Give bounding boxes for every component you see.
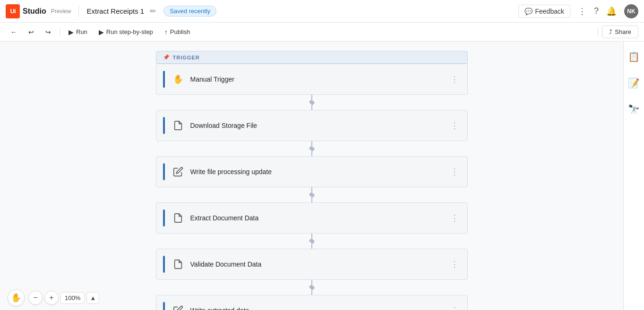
back-icon: ← (10, 28, 17, 36)
feedback-label: Feedback (535, 8, 564, 15)
connector-4 (309, 234, 314, 249)
notes-icon[interactable]: 📝 (624, 74, 644, 92)
publish-button[interactable]: ↑ Publish (160, 26, 195, 38)
hand-tool-button[interactable]: ✋ (8, 289, 25, 306)
topbar: Ui Studio Preview Extract Receipts 1 ✏ S… (0, 0, 644, 23)
run-label: Run (76, 28, 87, 35)
feedback-icon: 💬 (524, 8, 532, 15)
node-manual-trigger: ✋ Manual Trigger ⋮ (156, 64, 468, 95)
zoom-in-icon: + (49, 293, 53, 302)
write-file-update-icon (172, 165, 185, 178)
connector-diamond (309, 146, 315, 152)
run-icon: ▶ (69, 28, 74, 36)
share-button[interactable]: ⤴ Share (602, 25, 638, 38)
bottom-bar: ✋ − + 100% ▲ (0, 285, 107, 310)
node-menu-manual-trigger[interactable]: ⋮ (448, 72, 461, 86)
connector-diamond (309, 100, 315, 106)
node-accent (163, 163, 165, 180)
node-menu-validate-document[interactable]: ⋮ (448, 257, 461, 271)
undo-button[interactable]: ↩ (24, 26, 39, 38)
node-download-storage: Download Storage File ⋮ (156, 110, 468, 141)
connector-diamond (309, 192, 315, 198)
manual-trigger-label: Manual Trigger (190, 75, 448, 83)
edit-project-name-icon[interactable]: ✏ (150, 7, 156, 16)
node-extract-document: Extract Document Data ⋮ (156, 202, 468, 234)
clipboard-icon[interactable]: 📋 (624, 47, 644, 66)
workflow-container: 📌 TRIGGER ✋ Manual Trigger ⋮ (156, 51, 468, 301)
logo-text: Ui (10, 8, 16, 15)
redo-icon: ↪ (45, 28, 51, 36)
notifications-icon[interactable]: 🔔 (606, 6, 617, 17)
chevron-up-icon: ▲ (90, 294, 96, 302)
node-menu-write-file[interactable]: ⋮ (448, 165, 461, 179)
toolbar: ← ↩ ↪ ▶ Run ▶ Run step-by-step ↑ Publish… (0, 23, 644, 42)
more-options-icon[interactable]: ⋮ (578, 6, 586, 17)
connector-line-2 (311, 198, 312, 202)
zoom-in-button[interactable]: + (44, 291, 59, 305)
canvas[interactable]: 📌 TRIGGER ✋ Manual Trigger ⋮ (0, 42, 623, 310)
feedback-button[interactable]: 💬 Feedback (518, 5, 570, 18)
main-area: 📌 TRIGGER ✋ Manual Trigger ⋮ (0, 42, 644, 310)
undo-icon: ↩ (28, 28, 34, 36)
zoom-level: 100% (60, 292, 85, 304)
trigger-label: 📌 TRIGGER (163, 54, 461, 60)
write-extracted-icon (172, 304, 185, 310)
extract-document-label: Extract Document Data (190, 214, 448, 222)
node-menu-extract-document[interactable]: ⋮ (448, 211, 461, 225)
redo-button[interactable]: ↪ (41, 26, 56, 38)
node-accent (163, 256, 165, 273)
connector-diamond (309, 285, 315, 291)
trigger-pin-icon: 📌 (163, 54, 170, 60)
back-button[interactable]: ← (6, 26, 22, 38)
zoom-out-icon: − (33, 293, 37, 302)
share-icon: ⤴ (609, 28, 612, 35)
validate-document-icon (172, 258, 185, 271)
share-label: Share (615, 28, 631, 35)
zoom-out-button[interactable]: − (28, 291, 43, 305)
run-step-button[interactable]: ▶ Run step-by-step (94, 26, 158, 38)
help-icon[interactable]: ? (594, 6, 599, 16)
run-button[interactable]: ▶ Run (64, 26, 92, 38)
validate-document-label: Validate Document Data (190, 260, 448, 268)
publish-icon: ↑ (164, 28, 168, 36)
connector-diamond (309, 238, 315, 244)
topbar-right: 💬 Feedback ⋮ ? 🔔 NK (518, 4, 639, 18)
run-step-label: Run step-by-step (106, 28, 153, 35)
toolbar-divider-1 (60, 27, 60, 37)
connector-line-2 (311, 244, 312, 249)
connector-1 (309, 95, 314, 110)
run-step-icon: ▶ (99, 28, 104, 36)
topbar-divider-1 (78, 6, 79, 17)
write-extracted-label: Write extracted data (190, 307, 448, 310)
connector-5 (309, 280, 314, 295)
right-sidebar: 📋 📝 🔭 (623, 42, 644, 310)
logo: Ui Studio Preview (6, 4, 71, 18)
connector-3 (309, 187, 314, 202)
uipath-logo: Ui (6, 4, 20, 18)
connector-2 (309, 141, 314, 156)
download-storage-icon (172, 119, 185, 132)
node-validate-document: Validate Document Data ⋮ (156, 249, 468, 280)
node-accent (163, 117, 165, 134)
node-write-file-update: Write file processing update ⋮ (156, 156, 468, 187)
node-accent (163, 302, 165, 310)
avatar[interactable]: NK (624, 4, 638, 18)
node-accent (163, 209, 165, 226)
node-accent (163, 71, 165, 88)
manual-trigger-icon: ✋ (172, 73, 185, 86)
connector-line-2 (311, 290, 312, 295)
studio-label: Studio (23, 7, 46, 16)
trigger-section: 📌 TRIGGER (156, 51, 468, 64)
node-write-extracted: Write extracted data ⋮ (156, 295, 468, 310)
telescope-icon[interactable]: 🔭 (624, 100, 644, 119)
zoom-expand-button[interactable]: ▲ (86, 292, 99, 304)
node-menu-write-extracted[interactable]: ⋮ (448, 303, 461, 310)
publish-label: Publish (170, 28, 190, 35)
node-menu-download-storage[interactable]: ⋮ (448, 118, 461, 133)
extract-document-icon (172, 211, 185, 225)
write-file-update-label: Write file processing update (190, 168, 448, 176)
project-name: Extract Receipts 1 (86, 7, 144, 15)
connector-line-2 (311, 151, 312, 156)
preview-label: Preview (51, 8, 71, 15)
saved-badge: Saved recently (163, 6, 216, 17)
